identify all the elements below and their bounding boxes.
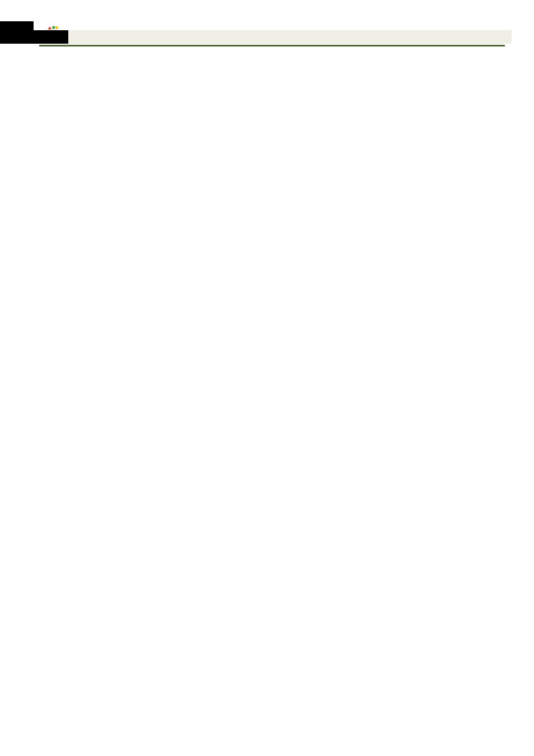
- header-rule: [39, 45, 505, 46]
- svg-point-6: [52, 26, 55, 29]
- footer-block: [22, 30, 68, 44]
- svg-rect-7: [55, 26, 58, 29]
- section-heading: 4.1.13.1. General Settings: [41, 66, 149, 67]
- page: 4.1.13.1. General Settings Table × Gener…: [0, 0, 534, 67]
- footer-strip: [68, 30, 512, 44]
